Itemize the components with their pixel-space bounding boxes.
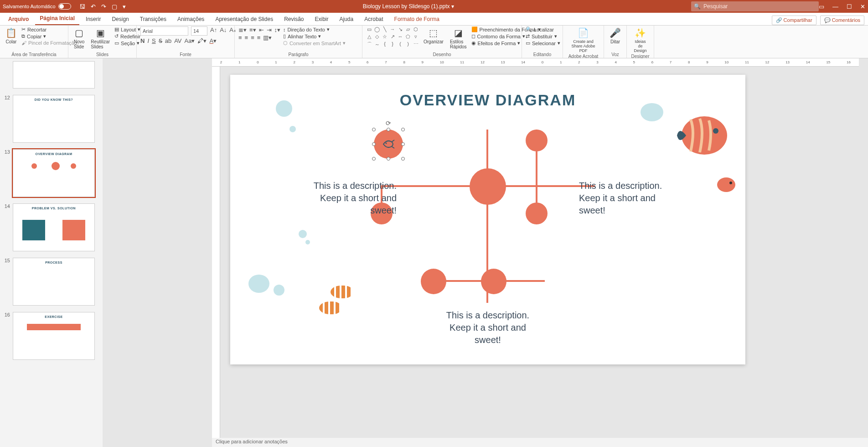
text-direction-button[interactable]: ↕ Direção do Texto ▾ [283,26,346,32]
tab-transitions[interactable]: Transições [135,14,171,25]
description-bottom[interactable]: This is a description.Keep it a short an… [230,309,745,346]
tab-design[interactable]: Design [107,14,133,25]
convert-smartart-button[interactable]: ⬡ Converter em SmartArt ▾ [283,40,346,46]
dropdown-icon[interactable]: ▾ [451,3,454,10]
align-left-icon[interactable]: ≡ [238,34,242,41]
create-pdf-button[interactable]: 📄Create and Share Adobe PDF [567,26,600,54]
decrease-font-icon[interactable]: A↓ [220,26,227,36]
qat-more-icon[interactable]: ▾ [123,3,126,10]
selected-shape-fish-icon[interactable]: ⟳ [374,130,403,159]
resize-handle[interactable] [387,157,390,161]
tab-home[interactable]: Página Inicial [35,13,79,25]
description-left[interactable]: This is a description.Keep it a short an… [276,180,397,217]
new-slide-button[interactable]: ▢Novo Slide [72,26,86,50]
paste-button[interactable]: 📋Colar [4,26,19,45]
group-voice: 🎤Ditar Voz [604,26,627,58]
increase-font-icon[interactable]: A↑ [210,26,217,36]
diagram-node[interactable] [481,269,506,294]
slide-thumb-13[interactable]: OVERVIEW DIAGRAM [13,149,95,197]
font-color-button[interactable]: A▾ [209,37,217,44]
tab-file[interactable]: Arquivo [4,14,33,25]
tab-view[interactable]: Exibir [310,14,333,25]
slideshow-icon[interactable]: ▢ [112,3,117,10]
underline-button[interactable]: S [152,37,156,44]
minimize-icon[interactable]: — [832,3,838,10]
search-box[interactable]: 🔍 Pesquisar [691,1,819,11]
diagram-node[interactable] [421,269,446,294]
quick-styles-button[interactable]: ◪Estilos Rápidos [448,26,469,50]
columns-icon[interactable]: ▥▾ [263,34,272,41]
notes-placeholder[interactable]: Clique para adicionar anotações [212,438,868,447]
italic-button[interactable]: I [147,37,149,44]
toggle-off-icon[interactable] [58,3,71,10]
select-button[interactable]: ▭ Selecionar ▾ [526,40,560,46]
group-slides: ▢Novo Slide ▣Reutilizar Slides ▤ Layout … [68,26,137,58]
save-icon[interactable]: 🖫 [79,3,85,10]
ribbon-display-icon[interactable]: ▭ [819,3,824,10]
highlight-button[interactable]: 🖍▾ [197,37,207,44]
tab-review[interactable]: Revisão [279,14,308,25]
resize-handle[interactable] [401,157,405,161]
diagram-node[interactable] [526,130,548,151]
slide-editor[interactable]: 2101234567891011121314012345678910111213… [103,58,868,447]
resize-handle[interactable] [401,142,405,146]
close-icon[interactable]: ✕ [860,3,865,10]
slide-thumb-12[interactable]: DID YOU KNOW THIS? [13,95,95,143]
resize-handle[interactable] [372,128,376,131]
undo-icon[interactable]: ↶ [91,3,96,10]
resize-handle[interactable] [372,142,376,146]
vertical-ruler [212,67,220,438]
design-ideas-button[interactable]: ✨Ideias de Design [630,26,650,54]
rotate-handle-icon[interactable]: ⟳ [386,120,391,127]
bold-button[interactable]: N [140,37,145,44]
tab-insert[interactable]: Inserir [81,14,105,25]
comments-button[interactable]: 💬 Comentários [820,16,864,25]
case-button[interactable]: Aa▾ [185,37,195,44]
tab-shape-format[interactable]: Formato de Forma [390,14,444,25]
numbering-icon[interactable]: ≡▾ [249,26,256,33]
shapes-gallery[interactable]: ▭◯╲→↘▱⬡ △◇☆↗↔⬠▿ ⌒～{}()⋯ [366,26,419,48]
font-size-combo[interactable]: 14 [191,26,207,36]
tab-slideshow[interactable]: Apresentação de Slides [211,14,278,25]
diagram-node[interactable] [526,203,548,224]
tab-animations[interactable]: Animações [173,14,209,25]
find-button[interactable]: 🔍 Localizar [526,26,560,32]
maximize-icon[interactable]: ☐ [847,3,852,10]
share-button[interactable]: 🔗 Compartilhar [772,16,816,25]
autosave-toggle[interactable]: Salvamento Automático [3,3,71,10]
workspace: 12DID YOU KNOW THIS? 13OVERVIEW DIAGRAM … [0,58,868,447]
diagram-node-center[interactable] [470,168,506,205]
replace-button[interactable]: ⇄ Substituir ▾ [526,33,560,39]
resize-handle[interactable] [387,128,390,131]
redo-icon[interactable]: ↷ [101,3,106,10]
slide-thumb-11[interactable] [13,61,95,88]
shadow-button[interactable]: ab [165,37,171,44]
outdent-icon[interactable]: ⇤ [259,26,264,33]
resize-handle[interactable] [372,157,376,161]
fish-outline-icon [381,136,396,152]
font-name-combo[interactable]: Arial [140,26,188,36]
bullets-icon[interactable]: ≣▾ [238,26,247,33]
strike-button[interactable]: S̶ [159,37,162,44]
slide-thumb-15[interactable]: PROCESS [13,258,95,306]
slide-canvas[interactable]: OVERVIEW DIAGRAM [230,75,745,364]
align-center-icon[interactable]: ≡ [245,34,248,41]
spacing-button[interactable]: AV [174,37,181,44]
line-spacing-icon[interactable]: ↕▾ [274,26,281,33]
arrange-button[interactable]: ⬚Organizar [422,26,445,45]
justify-icon[interactable]: ≡ [257,34,261,41]
resize-handle[interactable] [401,128,405,131]
description-right[interactable]: This is a description.Keep it a short an… [579,180,700,217]
tab-help[interactable]: Ajuda [335,14,358,25]
indent-icon[interactable]: ⇥ [267,26,272,33]
quick-styles-icon: ◪ [454,27,463,38]
slide-thumbnails-panel[interactable]: 12DID YOU KNOW THIS? 13OVERVIEW DIAGRAM … [0,58,103,447]
slide-thumb-16[interactable]: EXERCISE [13,312,95,360]
dictate-button[interactable]: 🎤Ditar [608,26,623,45]
align-text-button[interactable]: ▯ Alinhar Texto ▾ [283,33,346,39]
align-right-icon[interactable]: ≡ [251,34,254,41]
reuse-slides-button[interactable]: ▣Reutilizar Slides [89,26,112,50]
slide-title[interactable]: OVERVIEW DIAGRAM [230,91,745,109]
slide-thumb-14[interactable]: PROBLEM VS. SOLUTION [13,203,95,251]
tab-acrobat[interactable]: Acrobat [360,14,388,25]
